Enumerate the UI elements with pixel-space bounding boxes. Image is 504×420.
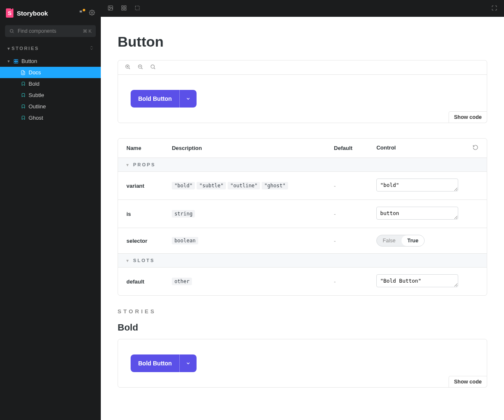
svg-rect-3 (16, 59, 18, 61)
arg-name: selector (118, 228, 163, 253)
zoom-out-icon[interactable] (137, 64, 143, 71)
sidebar-section-header[interactable]: ▾ STORIES (0, 42, 101, 55)
outline-icon[interactable] (134, 5, 140, 12)
stories-heading: STORIES (118, 308, 487, 315)
control-bool-toggle[interactable]: FalseTrue (376, 235, 425, 247)
arg-name: variant (118, 171, 163, 200)
toggle-true[interactable]: True (402, 235, 424, 246)
tree-component-button[interactable]: ▾ Button (0, 55, 101, 67)
page-title: Button (118, 34, 487, 50)
bookmark-icon (20, 81, 26, 87)
svg-rect-11 (124, 8, 126, 10)
tree-item-ghost[interactable]: Ghost (0, 112, 101, 123)
arg-default: - (326, 228, 368, 253)
svg-rect-5 (16, 61, 18, 63)
show-code-button[interactable]: Show code (449, 376, 487, 388)
logo-mark: S (6, 8, 13, 18)
bold-button-component[interactable]: Bold Button (131, 90, 197, 108)
arg-default: - (326, 171, 368, 200)
control-text-input[interactable] (376, 178, 458, 192)
svg-rect-9 (124, 5, 126, 7)
type-chip: other (172, 278, 192, 285)
tree-label: Bold (29, 81, 39, 87)
tree-label: Outline (29, 103, 46, 110)
svg-rect-8 (122, 5, 123, 7)
chevron-down-icon: ▾ (126, 163, 130, 167)
primary-preview: Bold Button Show code (118, 60, 487, 123)
tree-item-bold[interactable]: Bold (0, 78, 101, 89)
bookmark-icon (20, 92, 26, 98)
document-icon (20, 70, 26, 76)
doc-content[interactable]: Button Bold Button (101, 17, 504, 420)
svg-point-7 (109, 7, 110, 8)
tree-item-docs[interactable]: Docs (0, 67, 101, 78)
logo-text: Storybook (17, 10, 48, 17)
chevron-down-icon: ▾ (126, 258, 130, 263)
show-code-button[interactable]: Show code (449, 111, 487, 123)
control-text-input[interactable] (376, 207, 458, 220)
svg-rect-2 (14, 59, 16, 61)
arg-control (368, 171, 487, 200)
section-label: STORIES (12, 46, 39, 51)
collapse-icon[interactable] (89, 45, 94, 51)
svg-point-15 (151, 65, 154, 68)
arg-description: "bold""subtle""outline""ghost" (163, 171, 326, 200)
grid-icon[interactable] (121, 5, 127, 12)
tree-label: Subtle (29, 92, 44, 98)
col-control: Control (368, 139, 487, 158)
svg-point-1 (10, 29, 13, 32)
args-section-header[interactable]: ▾SLOTS (118, 253, 487, 267)
preview-canvas: Bold Button (118, 339, 487, 387)
button-label: Bold Button (131, 354, 179, 372)
tree-item-subtle[interactable]: Subtle (0, 89, 101, 101)
flag-icon[interactable] (79, 10, 84, 16)
svg-rect-10 (122, 8, 123, 10)
search-icon (9, 29, 14, 34)
tree-item-outline[interactable]: Outline (0, 101, 101, 112)
arg-default: - (326, 200, 368, 228)
toggle-false[interactable]: False (377, 235, 402, 246)
gear-icon[interactable] (89, 10, 95, 17)
reset-zoom-icon[interactable] (150, 64, 156, 71)
type-chip: boolean (172, 237, 198, 244)
reset-controls-icon[interactable] (472, 145, 478, 152)
svg-rect-4 (14, 61, 16, 63)
tree-label: Ghost (29, 115, 43, 121)
sidebar: S Storybook Find components ⌘ K ▾ STORIE… (0, 0, 101, 420)
type-chip: "subtle" (197, 182, 226, 189)
tree-label: Docs (29, 69, 41, 76)
arg-row: defaultother- (118, 267, 487, 295)
tree-label: Button (21, 58, 37, 64)
args-section-header[interactable]: ▾PROPS (118, 158, 487, 171)
control-text-input[interactable] (376, 274, 458, 287)
image-icon[interactable] (108, 5, 113, 12)
arg-row: isstring- (118, 200, 487, 228)
chevron-down-icon[interactable] (180, 354, 197, 372)
bookmark-icon (20, 104, 26, 110)
args-table: Name Description Default Control ▾PROPSv… (118, 138, 487, 296)
preview-canvas: Bold Button (118, 75, 487, 123)
type-chip: "outline" (228, 182, 260, 189)
notification-dot (83, 9, 85, 11)
col-description: Description (163, 139, 326, 158)
story-title: Bold (118, 322, 487, 333)
arg-control (368, 200, 487, 228)
svg-rect-12 (135, 6, 139, 10)
chevron-down-icon: ▾ (8, 59, 10, 63)
svg-point-0 (91, 12, 93, 13)
chevron-down-icon: ▾ (8, 46, 11, 51)
fullscreen-icon[interactable] (491, 5, 497, 12)
logo[interactable]: S Storybook (6, 8, 75, 18)
arg-name: default (118, 267, 163, 295)
search-input[interactable]: Find components ⌘ K (5, 25, 96, 37)
zoom-in-icon[interactable] (125, 64, 131, 71)
arg-row: variant"bold""subtle""outline""ghost"- (118, 171, 487, 200)
topbar (101, 0, 504, 17)
type-chip: "bold" (172, 182, 195, 189)
main: Button Bold Button (101, 0, 504, 420)
arg-row: selectorboolean-FalseTrue (118, 228, 487, 253)
story-preview: Bold Button Show code (118, 339, 487, 388)
preview-toolbar (118, 60, 487, 75)
chevron-down-icon[interactable] (180, 90, 197, 108)
bold-button-component[interactable]: Bold Button (131, 354, 197, 372)
